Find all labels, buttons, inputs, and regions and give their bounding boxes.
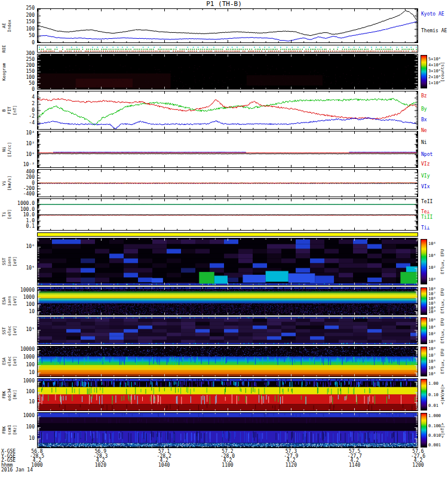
ytick-esa_elec-100: 100 (1, 363, 35, 367)
colorbar-sst_elec (421, 317, 427, 344)
ytick-fbk2-100: 100 (1, 425, 35, 430)
ytick-ti-0.1: 0.1 (1, 224, 35, 229)
ytick-vi--400: -400 (1, 192, 35, 197)
cbtick-keogram-5×10⁴: 5×10⁴ (428, 57, 441, 62)
ytick-keogram-100: 100 (1, 75, 35, 80)
cbtick-esa_ions-10⁵: 10⁵ (428, 302, 436, 306)
ytick-ti-1000.0: 1000.0 (1, 201, 35, 206)
ytick-ae-50: 50 (1, 33, 35, 38)
ae-plot (38, 9, 418, 42)
ytick-keogram-300: 300 (1, 51, 35, 56)
cbtick-esa_elec-10⁴: 10⁴ (428, 372, 436, 376)
bfit-plot (38, 91, 418, 129)
ytick-bfit-2: 2 (1, 102, 35, 106)
colorbar-esa_elec (421, 347, 427, 376)
ytick-keogram-50: 50 (1, 81, 35, 86)
cbtick-sst_elec-10⁶: 10⁶ (428, 318, 436, 323)
cbtick-esa_elec-10⁶: 10⁶ (428, 360, 436, 364)
cbtick-keogram-2×10⁴: 2×10⁴ (428, 75, 441, 79)
colorbar-sst_ions (421, 239, 427, 284)
ytick-ni-10⁴: 10⁴ (1, 131, 35, 136)
esa_ions-plot (38, 287, 418, 315)
cbtick-sst_elec-10²: 10² (428, 332, 436, 336)
cbunit-esa_elec: Eflux, EFU (440, 344, 445, 379)
sst_elec-plot (38, 317, 418, 344)
panel-sst_elec (37, 317, 418, 345)
plot-title: P1 (TH-B) (0, 1, 448, 8)
ytick-keogram-250: 250 (1, 57, 35, 62)
ytick-esa_ions-1000: 1000 (1, 295, 35, 300)
ni-plot (38, 131, 418, 167)
cbtick-sst_elec-10⁴: 10⁴ (428, 326, 436, 330)
cbunit-esa_ions: Eflux, EFU (440, 285, 445, 317)
legend-ni-Ni: Ni (421, 140, 427, 145)
ytick-vi-0: 0 (1, 181, 35, 186)
ytick-sst_ions-10⁵: 10⁵ (1, 266, 35, 271)
sst_ions-plot (38, 238, 418, 285)
fbk2-plot (38, 413, 418, 448)
ytick-esa_ions-10000: 10000 (1, 288, 35, 293)
ytick-esa_elec-10000: 10000 (1, 347, 35, 352)
ytick-vi-400: 400 (1, 170, 35, 174)
ytick-ti-100.0: 100.0 (1, 207, 35, 212)
ytick-esa_ions-10: 10 (1, 310, 35, 314)
ytick-esa_elec-10: 10 (1, 370, 35, 375)
panel-fbk2 (37, 412, 418, 448)
axis-val-hhmm-3: 1100 (222, 463, 233, 468)
panel-bfit (37, 91, 418, 130)
ytick-vi--200: -200 (1, 186, 35, 191)
axis-val-hhmm-2: 1040 (158, 463, 170, 468)
cbtick-sst_ions-10⁴: 10⁴ (428, 254, 436, 258)
fbk1-plot (38, 379, 418, 410)
cbtick-fbk2-1.000: 1.000 (428, 414, 441, 418)
colorbar-fbk1 (421, 379, 427, 410)
ytick-bfit-4: 4 (1, 95, 35, 100)
ytick-fbk1-10: 10 (1, 400, 35, 405)
cbtick-sst_ions-10⁰: 10⁰ (428, 278, 436, 282)
cbunit-fbk2: <|nT|> (440, 410, 445, 450)
ytick-sst_elec-10⁵: 10⁵ (1, 327, 35, 332)
cbtick-fbk1-0.10: 0.10 (428, 393, 438, 397)
ytick-ti-1.0: 1.0 (1, 219, 35, 223)
axis-val-hhmm-1: 1020 (95, 463, 106, 468)
panel-vi (37, 169, 418, 197)
legend-ae-Themis AE: Themis AE (421, 29, 447, 33)
panel-esa_elec (37, 346, 418, 377)
ytick-ae-100: 100 (1, 27, 35, 32)
cbtick-esa_ions-10⁶: 10⁶ (428, 297, 436, 301)
panel-ae (37, 8, 418, 43)
legend-bfit-Bz: Bz (421, 94, 427, 99)
legend-ni-Ne: Ne (421, 128, 427, 133)
axis-val-hhmm-6: 1200 (412, 463, 424, 468)
ytick-fbk2-10: 10 (1, 436, 35, 441)
ytick-ae-250: 250 (1, 6, 35, 11)
cbunit-fbk1: <|mV/m|> (440, 376, 445, 413)
vi-plot (38, 170, 418, 197)
ytick-fbk1-100: 100 (1, 390, 35, 394)
ytick-ti-10.0: 10.0 (1, 213, 35, 217)
cbtick-esa_ions-10³: 10³ (428, 310, 436, 314)
legend-ti-Te⊥: Te⊥ (421, 210, 429, 215)
legend-ni-Npot: Npot (421, 152, 432, 157)
ytick-ni-10⁻²: 10⁻² (1, 163, 35, 167)
legend-vi-VIx: VIx (421, 185, 429, 189)
colorbar-esa_ions (421, 287, 427, 315)
panel-esa_ions (37, 287, 418, 315)
legend-ti-Ti⊥: Ti⊥ (421, 226, 429, 231)
ytick-esa_ions-100: 100 (1, 302, 35, 307)
axis-date: 2016 Jan 14 (1, 468, 33, 473)
cbtick-esa_elec-10⁸: 10⁸ (428, 347, 436, 351)
panel-ni (37, 131, 418, 168)
cbunit-sst_ions: Eflux, EFU (440, 237, 445, 287)
cbtick-esa_ions-10⁷: 10⁷ (428, 292, 436, 296)
ytick-ni-10⁰: 10⁰ (1, 152, 35, 157)
ytick-bfit-0: 0 (1, 108, 35, 113)
ytick-keogram-200: 200 (1, 63, 35, 68)
cbtick-sst_ions-10⁶: 10⁶ (428, 242, 436, 246)
ytick-vi-200: 200 (1, 175, 35, 180)
ytick-fbk1-1000: 1000 (1, 379, 35, 384)
ytick-esa_elec-1000: 1000 (1, 355, 35, 360)
panel-ti (37, 198, 418, 231)
cbtick-sst_ions-10²: 10² (428, 266, 436, 270)
cbunit-sst_elec: Eflux, EFU (440, 315, 445, 347)
